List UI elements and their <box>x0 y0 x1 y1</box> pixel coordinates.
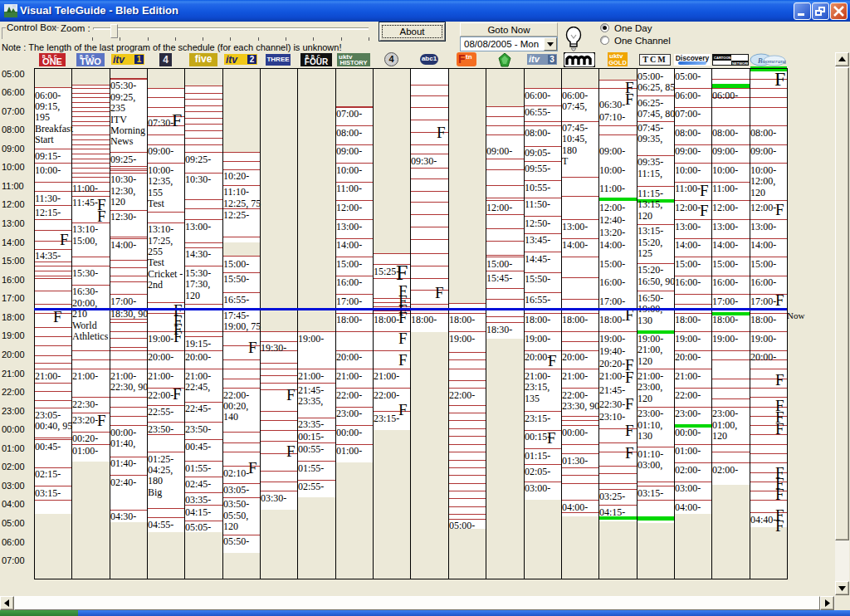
svg-text:oomerang: oomerang <box>763 58 786 65</box>
